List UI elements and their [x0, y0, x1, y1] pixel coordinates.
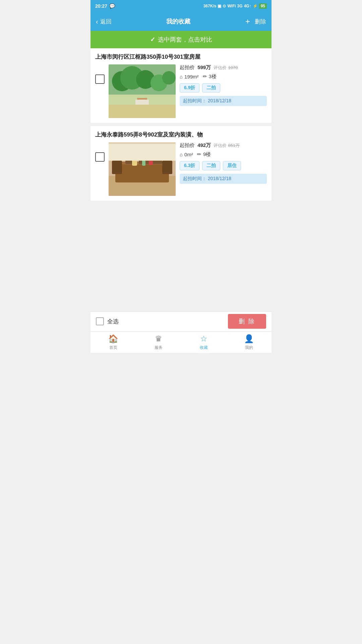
- bulk-delete-button[interactable]: 删 除: [228, 314, 266, 329]
- tag-discount-1: 6.9折: [180, 83, 199, 93]
- status-clock-icon: ⊙: [223, 4, 226, 8]
- property-info-2: 起拍价 492万 评估价 851万 ⌂ 0m² ✏ 9楼 6.3: [180, 142, 267, 184]
- date-row-2: 起拍时间： 2018/12/18: [180, 174, 267, 184]
- compare-check-icon: ✓: [150, 36, 155, 43]
- property-list: 上海市闵行区江枢路350弄10号301室房屋: [90, 48, 272, 311]
- crown-icon: ♛: [155, 334, 162, 343]
- svg-rect-23: [109, 142, 176, 144]
- back-label: 返回: [100, 18, 112, 25]
- status-wifi-icon: WiFi: [227, 4, 236, 8]
- header-delete-button[interactable]: 删除: [255, 18, 266, 25]
- page-title: 我的收藏: [166, 17, 190, 25]
- date-value-1: 2018/12/18: [208, 98, 231, 103]
- tags-row-2: 6.3折 二拍 居住: [180, 161, 267, 170]
- area-icon-2: ⌂: [180, 152, 183, 157]
- tab-service[interactable]: ♛ 服务: [136, 332, 181, 353]
- detail-row-2: ⌂ 0m² ✏ 9楼: [180, 151, 267, 158]
- person-icon: 👤: [244, 334, 254, 343]
- date-label-2: 起拍时间：: [183, 176, 206, 181]
- svg-rect-15: [162, 161, 172, 174]
- price-row-2: 起拍价 492万 评估价 851万: [180, 142, 267, 149]
- svg-rect-9: [109, 105, 176, 118]
- area-icon-1: ⌂: [180, 74, 183, 79]
- estimate-price-1: 1070: [228, 65, 238, 70]
- date-row-1: 起拍时间： 2018/12/18: [180, 96, 267, 106]
- area-item-2: ⌂ 0m²: [180, 152, 193, 157]
- area-value-2: 0m²: [184, 152, 193, 157]
- add-button[interactable]: +: [245, 17, 250, 26]
- floor-value-2: 9楼: [203, 151, 211, 158]
- start-price-value-2: 492万: [197, 142, 211, 148]
- compare-banner[interactable]: ✓ 选中两套，点击对比: [90, 31, 272, 48]
- star-icon: ☆: [200, 334, 207, 343]
- svg-point-6: [162, 71, 176, 85]
- property-info-1: 起拍价 599万 评估价 1070 ⌂ 199m² ✏ 3楼 6: [180, 64, 267, 106]
- tab-bar: 🏠 首页 ♛ 服务 ☆ 收藏 👤 我的: [90, 331, 272, 353]
- header-actions: + 删除: [245, 17, 266, 26]
- svg-rect-12: [115, 162, 169, 182]
- tab-mine[interactable]: 👤 我的: [226, 332, 272, 353]
- svg-rect-8: [137, 98, 147, 100]
- estimate-label-2: 评估价: [214, 143, 227, 148]
- svg-rect-22: [109, 142, 176, 161]
- start-price-label-1: 起拍价: [180, 64, 195, 70]
- floor-icon-1: ✏: [203, 73, 207, 79]
- tab-service-label: 服务: [155, 345, 163, 351]
- select-all-control[interactable]: 全选: [96, 317, 228, 325]
- tab-mine-label: 我的: [245, 345, 253, 351]
- date-label-1: 起拍时间：: [183, 98, 206, 103]
- estimate-price-2: 851万: [228, 143, 240, 148]
- tags-row-1: 6.9折 二拍: [180, 83, 267, 93]
- property-card-1: 上海市闵行区江枢路350弄10号301室房屋: [90, 48, 272, 123]
- area-item-1: ⌂ 199m²: [180, 74, 199, 79]
- status-messenger-icon: 💬: [109, 3, 115, 9]
- back-button[interactable]: ‹ 返回: [96, 18, 112, 25]
- status-battery: 95: [259, 3, 267, 9]
- chevron-left-icon: ‹: [96, 18, 98, 25]
- area-value-1: 199m²: [184, 74, 199, 79]
- empty-area: [90, 204, 272, 311]
- price-row-1: 起拍价 599万 评估价 1070: [180, 64, 267, 71]
- header: ‹ 返回 我的收藏 + 删除: [90, 12, 272, 31]
- start-price-value-1: 599万: [197, 64, 211, 70]
- property-image-2: [109, 142, 176, 196]
- property-checkbox-2[interactable]: [95, 152, 105, 162]
- tab-home-label: 首页: [109, 345, 117, 351]
- tab-favorites[interactable]: ☆ 收藏: [181, 332, 226, 353]
- floor-icon-2: ✏: [197, 151, 201, 157]
- bottom-action-bar: 全选 删 除: [90, 311, 272, 331]
- floor-item-1: ✏ 3楼: [203, 73, 217, 80]
- select-all-checkbox[interactable]: [96, 317, 104, 325]
- status-bar: 20:27 💬 367K/s ▣ ⊙ WiFi 3G 4G↑ ⚡ 95: [90, 0, 272, 12]
- property-card-2: 上海永泰路595弄8号902室及室内装潢、物: [90, 126, 272, 201]
- tag-type-2: 居住: [223, 161, 241, 170]
- floor-value-1: 3楼: [209, 73, 217, 80]
- select-all-label: 全选: [107, 318, 119, 325]
- svg-rect-21: [149, 160, 153, 165]
- tag-discount-2: 6.3折: [180, 161, 199, 170]
- date-value-2: 2018/12/18: [208, 176, 231, 181]
- estimate-label-1: 评估价: [214, 65, 227, 70]
- compare-label: 选中两套，点击对比: [158, 36, 212, 44]
- property-title-2: 上海永泰路595弄8号902室及室内装潢、物: [95, 131, 267, 139]
- status-signal-3g: 3G: [237, 4, 243, 8]
- status-time: 20:27: [95, 3, 107, 9]
- tag-round-1: 二拍: [202, 83, 220, 93]
- start-price-label-2: 起拍价: [180, 142, 195, 148]
- tab-favorites-label: 收藏: [200, 345, 208, 351]
- status-sim-icon: ▣: [218, 4, 221, 8]
- floor-item-2: ✏ 9楼: [197, 151, 211, 158]
- detail-row-1: ⌂ 199m² ✏ 3楼: [180, 73, 267, 80]
- property-title-1: 上海市闵行区江枢路350弄10号301室房屋: [95, 53, 267, 61]
- tag-round-2: 二拍: [202, 161, 220, 170]
- tab-home[interactable]: 🏠 首页: [90, 332, 136, 353]
- status-signal-4g: 4G↑: [244, 4, 251, 8]
- svg-rect-14: [112, 161, 122, 174]
- status-network: 367K/s: [203, 4, 217, 8]
- property-image-1: [109, 64, 176, 118]
- property-checkbox-1[interactable]: [95, 74, 105, 84]
- status-lightning-icon: ⚡: [253, 4, 258, 8]
- home-icon: 🏠: [108, 334, 118, 343]
